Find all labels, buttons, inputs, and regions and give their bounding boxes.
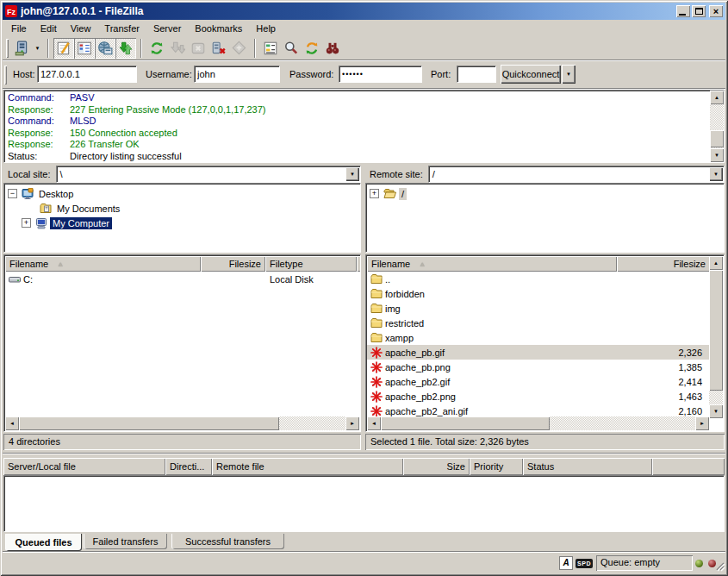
- column-header-directi-[interactable]: Directi...: [165, 458, 212, 475]
- tree-item-desktop[interactable]: −Desktop: [4, 186, 360, 201]
- quickconnect-button[interactable]: Quickconnect: [501, 65, 561, 84]
- log-line-text: 150 Connection accepted: [70, 128, 177, 140]
- speed-limits-icon[interactable]: SPD: [576, 559, 593, 568]
- remote-hscroll-thumb[interactable]: [381, 416, 550, 430]
- menu-transfer[interactable]: Transfer: [97, 22, 146, 35]
- toggle-remote-tree-button[interactable]: [95, 38, 115, 59]
- remote-file-row[interactable]: apache_pb2_ani.gif2,160: [367, 404, 709, 416]
- menu-server[interactable]: Server: [146, 22, 188, 35]
- remote-file-row[interactable]: ..: [367, 272, 709, 286]
- minimize-button[interactable]: [676, 5, 690, 17]
- remote-hscrollbar[interactable]: ◄ ►: [367, 416, 709, 430]
- refresh-button[interactable]: [146, 38, 167, 59]
- tree-item-my-documents[interactable]: My Documents: [4, 201, 360, 216]
- combo-arrow-icon[interactable]: ▼: [709, 167, 723, 181]
- toggle-local-tree-icon: [77, 41, 92, 56]
- sync-browsing-button[interactable]: [302, 38, 322, 59]
- remote-site-combo[interactable]: / ▼: [428, 166, 725, 183]
- column-header-size[interactable]: Size: [403, 458, 470, 475]
- local-file-list: Filename▲FilesizeFiletypeL C:Local Disk …: [3, 254, 361, 432]
- local-site-combo[interactable]: \ ▼: [56, 166, 361, 183]
- toolbar-grip[interactable]: [6, 39, 9, 58]
- column-header-label: Remote file: [216, 461, 264, 472]
- tab-failed-transfers[interactable]: Failed transfers: [84, 534, 167, 549]
- scroll-left-icon[interactable]: ◄: [5, 416, 19, 430]
- column-header-filename[interactable]: Filename▲: [5, 256, 201, 272]
- remote-file-row[interactable]: xampp: [367, 330, 709, 345]
- scroll-right-icon[interactable]: ►: [695, 416, 709, 430]
- tree-item-my-computer[interactable]: +My Computer: [4, 216, 360, 230]
- scroll-left-icon[interactable]: ◄: [367, 416, 381, 430]
- transfer-type-icon[interactable]: A: [559, 556, 573, 570]
- process-queue-icon: [170, 41, 185, 56]
- site-manager-dropdown-button[interactable]: ▼: [32, 38, 43, 59]
- remote-vscrollbar[interactable]: ▲ ▼: [709, 256, 723, 418]
- filter-button[interactable]: [260, 38, 281, 59]
- remote-vscroll-thumb[interactable]: [709, 270, 723, 391]
- maximize-button[interactable]: [692, 5, 706, 17]
- cancel-button: [188, 38, 208, 59]
- disconnect-icon: [211, 41, 227, 56]
- column-header-label: Server/Local file: [8, 461, 76, 472]
- window-title: john@127.0.0.1 - FileZilla: [21, 5, 675, 17]
- column-header-priority[interactable]: Priority: [470, 458, 523, 475]
- local-file-row[interactable]: C:Local Disk: [5, 272, 359, 286]
- tab-successful-transfers[interactable]: Successful transfers: [171, 534, 284, 549]
- toolbar-grip[interactable]: [4, 66, 7, 85]
- password-input[interactable]: [339, 66, 422, 83]
- title-bar[interactable]: Fz john@127.0.0.1 - FileZilla ×: [3, 3, 725, 20]
- remote-file-row[interactable]: apache_pb.gif2,326: [367, 345, 709, 360]
- close-button[interactable]: ×: [709, 5, 723, 17]
- resize-grip[interactable]: [713, 560, 725, 573]
- remote-file-row[interactable]: forbidden: [367, 286, 709, 301]
- column-header-status[interactable]: Status: [523, 458, 652, 475]
- message-log: Command:PASVResponse:227 Entering Passiv…: [3, 90, 725, 163]
- column-header-filetype[interactable]: Filetype: [265, 256, 357, 272]
- expand-icon[interactable]: +: [22, 218, 31, 228]
- scroll-down-icon[interactable]: ▼: [709, 404, 723, 418]
- log-line: Command:PASV: [4, 92, 724, 104]
- local-hscrollbar[interactable]: ◄ ►: [5, 416, 359, 430]
- column-header-filename[interactable]: Filename▲: [367, 256, 617, 272]
- toggle-queue-button[interactable]: [115, 38, 136, 59]
- host-label: Host:: [13, 69, 35, 79]
- tree-item--[interactable]: +/: [366, 186, 724, 201]
- host-input[interactable]: [37, 66, 137, 83]
- remote-file-row[interactable]: img: [367, 301, 709, 316]
- log-scrollbar-thumb[interactable]: [710, 130, 724, 147]
- scroll-up-icon[interactable]: ▲: [709, 256, 723, 270]
- menu-file[interactable]: File: [4, 22, 34, 35]
- collapse-icon[interactable]: −: [8, 189, 17, 198]
- column-header-filesize[interactable]: Filesize: [617, 256, 710, 272]
- menu-view[interactable]: View: [64, 22, 98, 35]
- log-scrollbar[interactable]: ▲ ▼: [710, 91, 724, 162]
- scroll-up-icon[interactable]: ▲: [710, 91, 724, 104]
- tab-queued-files[interactable]: Queued files: [5, 534, 82, 551]
- column-header-filesize[interactable]: Filesize: [201, 256, 265, 272]
- port-input[interactable]: [457, 66, 496, 83]
- scroll-right-icon[interactable]: ►: [345, 416, 359, 430]
- remote-file-row[interactable]: apache_pb.png1,385: [367, 360, 709, 374]
- combo-arrow-icon[interactable]: ▼: [345, 167, 359, 181]
- column-header-server-local-file[interactable]: Server/Local file: [3, 458, 165, 475]
- menu-edit[interactable]: Edit: [34, 22, 64, 35]
- toggle-local-tree-button[interactable]: [74, 38, 95, 59]
- expand-icon[interactable]: +: [370, 189, 379, 198]
- remote-file-row[interactable]: restricted: [367, 316, 709, 330]
- quickconnect-dropdown-button[interactable]: ▼: [562, 65, 576, 84]
- compare-button[interactable]: [281, 38, 302, 59]
- column-header-remote-file[interactable]: Remote file: [212, 458, 403, 475]
- scroll-down-icon[interactable]: ▼: [710, 148, 724, 162]
- find-button[interactable]: [322, 38, 343, 59]
- toggle-log-button[interactable]: [53, 38, 74, 59]
- disconnect-button[interactable]: [208, 38, 229, 59]
- username-input[interactable]: [194, 66, 280, 83]
- remote-file-row[interactable]: apache_pb2.gif2,414: [367, 374, 709, 389]
- menu-bookmarks[interactable]: Bookmarks: [188, 22, 249, 35]
- site-manager-button[interactable]: [11, 38, 32, 59]
- log-line-label: Response:: [4, 128, 70, 140]
- menu-help[interactable]: Help: [249, 22, 283, 35]
- remote-file-row[interactable]: apache_pb2.png1,463: [367, 389, 709, 404]
- local-hscroll-thumb[interactable]: [19, 416, 279, 430]
- column-header-l[interactable]: L: [357, 256, 361, 272]
